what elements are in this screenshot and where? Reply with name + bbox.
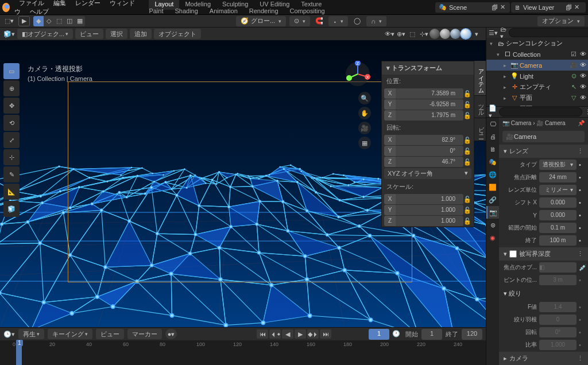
zoom-icon[interactable]: 🔍 — [358, 92, 371, 104]
expand-icon[interactable]: ▸ — [504, 95, 509, 101]
outliner-editor-icon[interactable]: ☰▾ — [489, 28, 498, 38]
rotation-mode-dropdown[interactable]: XYZ オイラー角▾ — [384, 168, 471, 179]
proportional-mode[interactable]: ∩ — [366, 16, 386, 26]
selectability-filter[interactable]: ◆◇⬚◫▦ — [33, 16, 85, 26]
dof-checkbox[interactable] — [509, 250, 517, 258]
focal-length[interactable]: 24 mm — [539, 172, 577, 182]
add-menu[interactable]: 追加 — [130, 29, 152, 39]
play[interactable]: ▶ — [295, 329, 306, 339]
restrict-icon[interactable]: 🎥 — [570, 61, 578, 69]
keying-menu[interactable]: キーイング — [48, 329, 92, 339]
menu-ヘルプ[interactable]: ヘルプ — [25, 6, 53, 17]
timeline-editor-icon[interactable]: 🕒▾ — [3, 329, 15, 339]
display-mode-icon[interactable]: 🗁▾ — [500, 28, 506, 38]
copy-layer-icon[interactable]: 🗐 — [566, 4, 572, 11]
snap-toggle[interactable]: 🧲 — [314, 16, 325, 26]
shift-x[interactable]: 0.000 — [539, 197, 577, 208]
start-frame[interactable]: 1 — [421, 329, 442, 340]
loc-x[interactable]: 7.3589 m — [396, 88, 463, 99]
outliner[interactable]: ▾🗁シーンコレクション▾☐Collection☑👁▸📷Camera🎥👁▸💡Lig… — [486, 38, 588, 106]
ptab-viewlayer[interactable]: 🗎 — [486, 143, 499, 156]
tool-addcube[interactable]: 🧊 — [3, 201, 20, 217]
snap-mode-dropdown[interactable]: ⬩ — [328, 16, 348, 26]
lock-scly[interactable]: 🔓 — [463, 207, 471, 214]
rot-y[interactable]: 0° — [396, 146, 463, 156]
props-editor-icon[interactable]: 📄▾ — [489, 107, 497, 117]
overlays-dropdown[interactable]: ⊕▾ — [395, 29, 407, 39]
lens-unit-dropdown[interactable]: ミリメーター▾ — [539, 185, 577, 195]
rot-x[interactable]: 82.9° — [396, 135, 463, 145]
transform-panel-header[interactable]: ▾ トランスフォーム — [382, 61, 474, 75]
end-frame[interactable]: 120 — [462, 329, 482, 340]
restrict-icon[interactable]: ↖ — [570, 83, 578, 91]
aperture-ratio[interactable]: 1.000 — [539, 340, 577, 350]
editor-type-3d[interactable]: 🧊▾ — [3, 29, 15, 39]
scale-z[interactable]: 1.000 — [396, 216, 463, 226]
mode-dropdown[interactable]: ◧ オブジェク... — [17, 29, 73, 39]
tl-marker-menu[interactable]: マーカー — [127, 329, 162, 339]
lock-roty[interactable]: 🔓 — [463, 147, 471, 155]
timeline-ruler[interactable]: 020406080100120140160180200220240 1 — [0, 340, 486, 365]
delete-scene-icon[interactable]: ✕ — [500, 3, 505, 11]
visibility-dropdown[interactable]: 👁▾ — [384, 29, 395, 39]
loc-y[interactable]: -6.9258 m — [396, 99, 463, 110]
ws-compositing[interactable]: Compositing — [284, 5, 331, 17]
hide-icon[interactable]: 👁 — [579, 94, 587, 102]
ptab-object[interactable]: 🟧 — [486, 181, 499, 193]
outliner-row[interactable]: ▾☐Collection☑👁 — [486, 49, 588, 60]
object-menu[interactable]: オブジェクト — [154, 29, 201, 39]
tool-transform[interactable]: ⊹ — [3, 149, 20, 165]
ptab-world[interactable]: 🌐 — [486, 168, 499, 181]
ws-shading[interactable]: Shading — [169, 5, 203, 17]
lock-sclz[interactable]: 🔓 — [463, 218, 471, 225]
shift-y[interactable]: 0.000 — [539, 210, 577, 220]
rot-z[interactable]: 46.7° — [396, 157, 463, 167]
ortho-toggle-icon[interactable]: ▦ — [358, 137, 371, 149]
play-reverse[interactable]: ◀ — [282, 329, 293, 339]
shading-preview[interactable] — [450, 29, 461, 39]
xray-toggle[interactable]: ⬚ — [407, 29, 418, 39]
lock-locx[interactable]: 🔓 — [463, 90, 471, 98]
aperture-subpanel[interactable]: ▾ 絞り — [499, 287, 588, 300]
tool-select-box[interactable]: ▭ — [3, 63, 20, 79]
lock-sclx[interactable]: 🔓 — [463, 196, 471, 203]
focus-distance[interactable]: 3 m — [539, 275, 577, 285]
ptab-scene[interactable]: 🎭 — [486, 156, 499, 168]
options-dropdown[interactable]: オプション — [537, 16, 585, 26]
ws-animation[interactable]: Animation — [204, 5, 243, 17]
orientation-dropdown[interactable]: 🧭 グロー... — [236, 16, 286, 26]
view-layer-input[interactable] — [523, 4, 563, 11]
pin-icon[interactable]: 📌 — [578, 120, 585, 126]
editor-type-icon[interactable]: ⬚▾ — [3, 16, 15, 26]
lock-locz[interactable]: 🔓 — [463, 112, 471, 119]
jump-end[interactable]: ⏭ — [320, 329, 331, 339]
jump-prev-key[interactable]: ⏴◆ — [269, 329, 281, 339]
view-layer-selector[interactable]: 🗎 🗐 ✕ — [511, 2, 586, 13]
ws-rendering[interactable]: Rendering — [243, 5, 284, 17]
restrict-icon[interactable]: ⊙ — [570, 72, 578, 80]
lock-rotz[interactable]: 🔓 — [463, 158, 471, 166]
loc-z[interactable]: 1.7975 m — [396, 110, 463, 121]
lens-panel-header[interactable]: ▾ レンズ⋮ — [499, 145, 588, 158]
exclude-checkbox[interactable]: ☑ — [570, 51, 578, 58]
outliner-row[interactable]: ▸📷Camera🎥👁 — [486, 60, 588, 71]
blades[interactable]: 0 — [539, 314, 577, 325]
jump-next-key[interactable]: ◆⏵ — [307, 329, 319, 339]
menu-レンダー[interactable]: レンダー — [71, 0, 105, 9]
camera-view-icon[interactable]: 🎥 — [358, 122, 371, 134]
outliner-row[interactable]: ▸▽平面▽👁 — [486, 92, 588, 103]
ptab-physics[interactable]: ⊛ — [486, 219, 499, 231]
clip-end[interactable]: 100 m — [539, 235, 577, 246]
shading-wireframe[interactable] — [430, 29, 440, 39]
props-search[interactable] — [499, 107, 582, 117]
outliner-row[interactable]: ▸✛エンプティ↖👁 — [486, 81, 588, 92]
ptab-data[interactable]: 📷 — [486, 206, 499, 219]
vtab-item[interactable]: アイテム — [474, 61, 486, 96]
outliner-row[interactable]: ▾🗁シーンコレクション — [486, 38, 588, 49]
pivot-dropdown[interactable]: ⊙ — [289, 16, 310, 26]
tool-cursor[interactable]: ⊕ — [3, 80, 20, 96]
playback-menu[interactable]: 再生 — [18, 329, 44, 339]
eyedropper-icon[interactable]: 💉 — [579, 264, 585, 271]
expand-icon[interactable]: ▸ — [504, 63, 509, 68]
camera-data-name-input[interactable] — [514, 133, 588, 140]
